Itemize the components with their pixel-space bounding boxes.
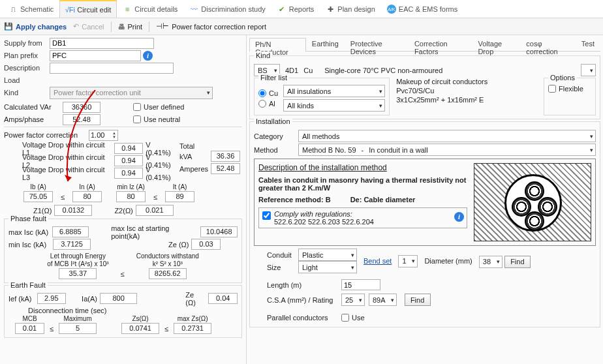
pf-correction-spinner[interactable]: 1.00▲▼ [89,130,118,141]
category-label: Category [254,132,293,140]
tab-circuit-details[interactable]: ≡Circuit details [117,0,183,18]
zs-value: 0.0741 [121,323,159,334]
flexible-check[interactable]: Flexible [548,85,591,93]
tab-correction[interactable]: Correction Factors [409,37,472,51]
it-label: It (A) [173,183,187,190]
tab-earthing[interactable]: Earthing [306,37,345,51]
tab-circuit-edit[interactable]: √FiCircuit edit [59,0,117,18]
total-label: Total [179,142,242,150]
cancel-button[interactable]: ↶Cancel [73,22,104,31]
ze-value: 0.03 [191,239,221,250]
csa-select[interactable]: 25 [341,294,365,306]
forms-icon: A/K [387,5,396,14]
size-label: Size [267,264,296,271]
calc-var-value[interactable]: 36360 [63,102,100,113]
supply-from-input[interactable] [50,38,154,49]
phase-fault-group: Phase fault max Isc (kA)6.8885 max Isc a… [4,219,242,283]
ze-earth-value: 0.04 [208,293,238,304]
vd-l3[interactable]: 0.94 [114,168,143,179]
installation-group: Installation CategoryAll methods Method … [249,121,600,327]
tab-voltage-drop[interactable]: Voltage Drop [472,37,520,51]
insulation-select[interactable]: All insulations [283,85,385,97]
in-value: 80 [72,191,102,202]
pf-correction-label: Power factor correction [4,131,89,139]
csa-amp-select[interactable]: 89A [369,294,397,306]
info-icon[interactable]: i [454,212,464,222]
right-tabs: Ph/N Conductor Earthing Protective Devic… [249,37,600,52]
tab-test[interactable]: Test [576,37,600,51]
category-select[interactable]: All methods [298,130,596,142]
z1-label: Z1(Ω) [33,207,52,215]
z1-value: 0.0132 [54,205,92,216]
amps-label: Amps/phase [4,115,63,123]
tab-reports[interactable]: ✔Reports [271,0,320,18]
kind-label: Kind [4,89,50,97]
tab-phn-conductor[interactable]: Ph/N Conductor [249,38,306,52]
description-input[interactable] [50,63,174,74]
tab-eac-ems[interactable]: A/KEAC & EMS forms [381,0,463,18]
minisc-label: min Isc (kA) [8,241,50,249]
tab-schematic[interactable]: ⎍Schematic [3,0,59,18]
conduit-label: Conduit [267,251,296,259]
tab-cosphi[interactable]: cosφ correction [520,37,575,51]
ia-label: Ia(A) [82,295,97,303]
plan-prefix-label: Plan prefix [4,52,50,59]
ib-value: 75.05 [23,191,53,202]
kind-select: Power factor correction unit [50,87,213,99]
vd-l1[interactable]: 0.94 [114,143,143,154]
conduit-diagram [474,163,591,241]
maxisc-start-value: 10.0468 [200,226,238,237]
kinds-select[interactable]: All kinds [283,99,385,112]
radio-al[interactable]: Al [258,100,278,108]
capacitor-icon: ⊣⊢ [156,22,169,31]
print-button[interactable]: 🖶Print [118,23,143,31]
load-label: Load [4,76,50,84]
diameter-select[interactable]: 38 [479,256,502,268]
tab-plan-design[interactable]: ✚Plan design [320,0,381,18]
method-label: Method [254,146,293,154]
use-parallel-check[interactable]: Use [341,314,365,322]
amperes-value: 52.48 [211,163,240,174]
find-csa-button[interactable]: Find [405,294,431,306]
minisc-value: 3.7125 [53,239,91,250]
comply-check[interactable] [262,211,271,220]
print-icon: 🖶 [118,23,125,31]
conduit-select[interactable]: Plastic [298,249,357,261]
install-method-box: Description of the installation method C… [254,159,596,246]
earth-fault-group: Earth Fault Ief (kA)2.95 Ia(A)800 Ze (Ω)… [4,285,242,338]
disconnection-label: Disconnection time (sec) [28,307,238,314]
calc-var-label: Calculated VAr [4,103,63,111]
info-icon[interactable]: i [143,51,153,61]
left-panel: Supply from Plan prefixi Description Loa… [0,35,247,364]
ze-label: Ze (Ω) [168,241,189,249]
bendset-link[interactable]: Bend set [363,257,392,265]
apply-button[interactable]: 💾Apply changes [4,22,67,31]
pfc-report-button[interactable]: ⊣⊢Power factor correction report [156,22,266,31]
length-input[interactable] [341,279,380,290]
kva-value: 36.36 [211,151,240,162]
kind-extra-select[interactable] [581,64,596,76]
filter-group: Filter list Cu Al All insulations All ki… [254,78,390,115]
install-desc-body: Cables in conduit in masonry having a th… [258,176,467,192]
amps-value[interactable]: 52.48 [63,114,100,125]
length-label: Length (m) [267,281,339,289]
size-select[interactable]: Light [298,261,357,273]
maxisc-value: 6.8885 [52,226,89,237]
bendset-select[interactable]: 1 [398,255,418,267]
method-select[interactable]: Method B No. 59-In conduit in a wall [298,144,596,156]
crosshair-icon: ✚ [326,5,335,14]
kva-label: kVA [179,153,208,160]
kind-group: Kind BS 4D1 Cu Single-core 70°C PVC non-… [249,55,600,119]
makeup-block: Makeup of circuit conductors Pvc70/S/Cu … [396,78,537,115]
in-label: In (A) [79,183,95,190]
use-neutral-check[interactable]: Use neutral [133,115,180,123]
radio-cu[interactable]: Cu [258,89,278,97]
tab-protective[interactable]: Protective Devices [345,37,409,51]
user-defined-check[interactable]: User defined [133,103,184,111]
edit-icon: √Fi [65,5,74,14]
vd-l2[interactable]: 0.94 [114,155,143,166]
maxisc-start-label: max Isc at starting point(kA) [111,224,198,240]
tab-discrimination[interactable]: 〰Discrimination study [183,0,271,18]
find-diameter-button[interactable]: Find [504,256,531,268]
plan-prefix-input[interactable] [50,50,141,61]
